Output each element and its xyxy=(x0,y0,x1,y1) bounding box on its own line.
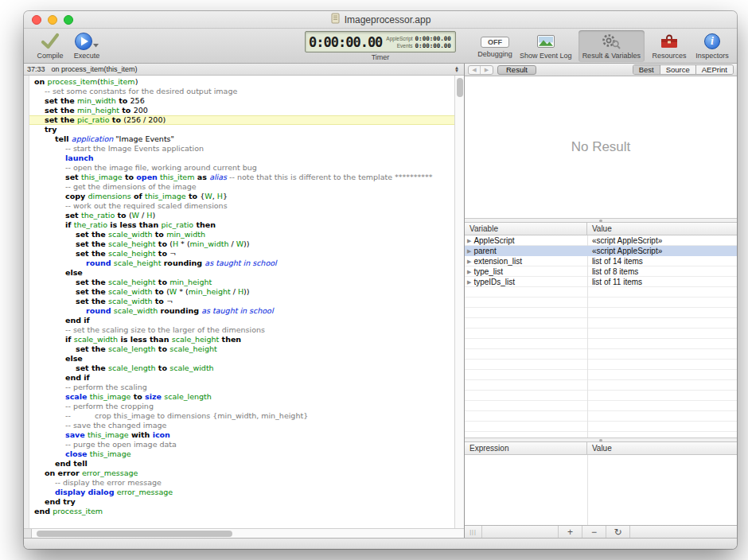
close-window-button[interactable] xyxy=(32,15,41,25)
value-column-header[interactable]: Value xyxy=(587,223,612,235)
tab-result[interactable]: Result xyxy=(497,65,536,75)
disclosure-triangle-icon[interactable]: ▶ xyxy=(467,269,471,275)
current-handler: on process_item(this_item) xyxy=(52,65,138,73)
code-line: round scale_width rounding as taught in … xyxy=(29,306,454,316)
code-line: launch xyxy=(29,154,454,163)
code-line: -- get the dimensions of the image xyxy=(29,182,454,192)
title-bar[interactable]: Imageprocessor.app xyxy=(24,11,737,29)
code-line: set the min_width to 256 xyxy=(29,96,454,106)
timer-applescript-label: AppleScript xyxy=(386,35,412,42)
zoom-window-button[interactable] xyxy=(64,15,73,25)
code-line: set the scale_height to ¬ xyxy=(29,249,454,259)
variable-value: list of 14 items xyxy=(587,257,737,266)
variables-body[interactable]: ▶AppleScript«script AppleScript»▶parent«… xyxy=(465,235,737,438)
variable-name: AppleScript xyxy=(473,236,514,245)
back-button[interactable]: ◀ xyxy=(469,66,481,74)
result-variables-button[interactable]: Result & Variables xyxy=(579,30,645,62)
code-line: -- set the scaling size to the larger of… xyxy=(29,325,454,335)
timer-main-value: 0:00:00.00 xyxy=(309,34,382,50)
refresh-button[interactable]: ↻ xyxy=(606,526,630,538)
list-drag-handle[interactable]: ||| xyxy=(465,526,482,538)
code-line: -- start the Image Events application xyxy=(29,144,454,154)
forward-button[interactable]: ▶ xyxy=(481,66,493,74)
code-line: -- work out the required scaled dimensio… xyxy=(29,201,454,211)
variables-footer-bar: ||| + − ↻ xyxy=(465,525,737,538)
resources-button[interactable]: Resources xyxy=(651,30,688,62)
debugging-toggle[interactable]: OFF Debugging xyxy=(477,30,513,62)
code-line: set the scale_width to ¬ xyxy=(29,297,454,306)
expression-value-column-header[interactable]: Value xyxy=(587,442,612,454)
variable-name: extension_list xyxy=(473,257,522,266)
variables-table: Variable Value ▶AppleScript«script Apple… xyxy=(465,223,737,438)
code-editor[interactable]: on process_item(this_item)-- set some co… xyxy=(29,76,454,528)
code-line: end try xyxy=(29,497,454,507)
mode-source[interactable]: Source xyxy=(660,65,696,74)
code-line: set the scale_width to (W * (min_height … xyxy=(29,287,454,297)
remove-expression-button[interactable]: − xyxy=(582,526,606,538)
code-line: if scale_width is less than scale_height… xyxy=(29,335,454,344)
breakpoint-gutter[interactable] xyxy=(24,76,29,528)
window-title: Imageprocessor.app xyxy=(330,13,431,26)
variable-row[interactable]: ▶typeIDs_listlist of 11 items xyxy=(465,277,737,287)
vertical-scrollbar[interactable] xyxy=(454,76,464,528)
code-line: set the scale_length to scale_width xyxy=(29,364,454,373)
mode-aeprint[interactable]: AEPrint xyxy=(696,65,733,74)
code-line: set the pic_ratio to (256 / 200) xyxy=(29,115,454,125)
variable-row[interactable]: ▶AppleScript«script AppleScript» xyxy=(465,235,737,246)
expressions-body[interactable] xyxy=(465,455,737,525)
code-line: -- perform the cropping xyxy=(29,402,454,411)
code-line: if the_ratio is less than pic_ratio then xyxy=(29,220,454,230)
code-line: else xyxy=(29,268,454,278)
code-line: set the scale_height to min_height xyxy=(29,278,454,287)
code-line: end if xyxy=(29,316,454,325)
add-expression-button[interactable]: + xyxy=(559,526,582,538)
mode-best[interactable]: Best xyxy=(633,65,660,74)
horizontal-scrollbar[interactable] xyxy=(24,528,464,538)
execute-button[interactable]: Execute xyxy=(68,30,105,62)
mode-switcher: BestSourceAEPrint xyxy=(633,64,734,75)
gear-magnifier-icon xyxy=(601,30,621,52)
timer-display: 0:00:00.00 AppleScript 0:00:00.00 Events… xyxy=(305,31,456,61)
code-line: end if xyxy=(29,373,454,383)
disclosure-triangle-icon[interactable]: ▶ xyxy=(467,279,471,286)
minimize-window-button[interactable] xyxy=(48,15,57,25)
debugging-off-switch[interactable]: OFF xyxy=(481,37,509,48)
expressions-table: Expression Value xyxy=(465,442,737,525)
code-line: set the_ratio to (W / H) xyxy=(29,211,454,220)
timer-applescript-value: 0:00:00.00 xyxy=(415,35,451,42)
column-divider xyxy=(587,455,588,525)
window-footer xyxy=(24,538,737,549)
code-line: on process_item(this_item) xyxy=(29,77,454,87)
show-event-log-button[interactable]: Show Event Log xyxy=(520,30,572,62)
code-line: try xyxy=(29,125,454,134)
compile-button[interactable]: Compile xyxy=(32,30,68,62)
code-line: -- crop this_image to dimensions {min_wi… xyxy=(29,411,454,421)
expressions-table-header: Expression Value xyxy=(465,442,737,455)
compile-check-icon xyxy=(40,30,60,52)
expression-column-header[interactable]: Expression xyxy=(465,442,587,454)
variables-table-header: Variable Value xyxy=(465,223,737,235)
disclosure-triangle-icon[interactable]: ▶ xyxy=(467,238,471,244)
inspectors-button[interactable]: i Inspectors xyxy=(694,30,730,62)
window-title-text: Imageprocessor.app xyxy=(345,14,431,25)
variable-row[interactable]: ▶type_listlist of 8 items xyxy=(465,266,737,277)
timer-events-label: Events xyxy=(397,42,413,49)
code-line: display dialog error_message xyxy=(29,488,454,497)
splitter-handle-box[interactable] xyxy=(24,529,32,538)
code-line: round scale_height rounding as taught in… xyxy=(29,259,454,268)
handler-stepper[interactable]: ▲▼ xyxy=(454,66,461,73)
script-document-icon xyxy=(330,13,341,26)
code-line: close this_image xyxy=(29,449,454,459)
horizontal-scroll-thumb[interactable] xyxy=(37,531,232,537)
variable-row[interactable]: ▶parent«script AppleScript» xyxy=(465,246,737,256)
disclosure-triangle-icon[interactable]: ▶ xyxy=(467,248,471,255)
variable-column-header[interactable]: Variable xyxy=(465,223,587,235)
vertical-scroll-thumb[interactable] xyxy=(457,78,463,97)
code-line: set the scale_height to (H * (min_width … xyxy=(29,239,454,249)
code-line: -- save the changed image xyxy=(29,421,454,430)
variable-row[interactable]: ▶extension_listlist of 14 items xyxy=(465,256,737,266)
execute-play-icon xyxy=(74,30,99,52)
toolbar: Compile Execute 0:00:00.0 xyxy=(24,29,737,64)
disclosure-triangle-icon[interactable]: ▶ xyxy=(467,259,471,265)
code-line: -- perform the scaling xyxy=(29,383,454,392)
